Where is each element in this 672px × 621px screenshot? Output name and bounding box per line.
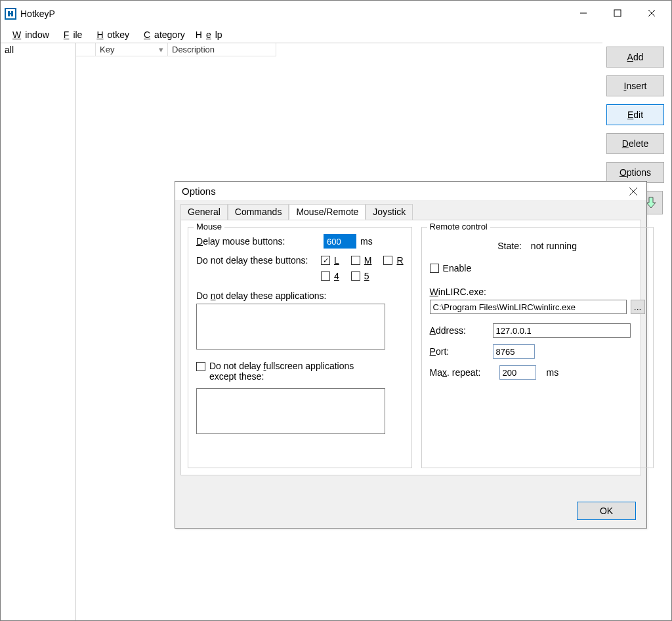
winlirc-label: WinLIRC.exe: [430,287,486,297]
sidebar-item-all[interactable]: all [1,43,75,56]
address-label: Address: [430,325,489,336]
maxrepeat-ms: ms [547,367,559,378]
tab-page-mouse-remote: Mouse Delay mouse buttons: ms Do not del… [180,220,641,475]
menu-file[interactable]: File [56,28,87,41]
menu-help[interactable]: Help [192,28,226,41]
port-label: Port: [430,346,489,357]
main-window: HotkeyP Window File Hotkey Category Help… [0,0,672,621]
maximize-button[interactable] [600,2,635,24]
state-value: not running [531,241,577,251]
maxrepeat-label: Max. repeat: [430,367,495,378]
insert-button[interactable]: Insert [606,75,664,96]
winlirc-path-input[interactable] [430,300,627,314]
label-4: 4 [334,271,339,281]
main-area: Key ▾ Description Options General Comman… [76,43,602,620]
delay-ms-label: ms [360,236,373,247]
no-delay-apps-input[interactable] [196,304,385,350]
minimize-button[interactable] [566,2,600,24]
address-input[interactable] [493,323,631,338]
svg-marker-11 [646,197,656,208]
dialog-title: Options [175,182,646,200]
delay-mouse-input[interactable] [324,234,356,249]
label-L: L [334,255,339,266]
tabs: General Commands Mouse/Remote Joystick [180,204,641,220]
tab-general[interactable]: General [180,204,228,220]
fullscreen-apps-input[interactable] [196,388,385,434]
close-button[interactable] [635,2,669,24]
col-key[interactable]: Key ▾ [96,43,168,56]
maxrepeat-input[interactable] [499,365,536,380]
column-headers: Key ▾ Description [76,43,602,56]
menu-hotkey[interactable]: Hotkey [89,28,133,41]
dialog-close-button[interactable] [625,184,641,199]
group-mouse-title: Mouse [194,222,224,231]
state-label: State: [497,241,522,251]
col-key-label: Key [100,45,114,54]
content: all Key ▾ Description Options General Co [1,43,671,620]
tab-commands[interactable]: Commands [228,204,289,220]
checkbox-R[interactable] [383,256,392,265]
window-controls [566,2,669,24]
checkbox-L[interactable] [321,256,330,265]
delete-button[interactable]: Delete [606,133,664,154]
add-button[interactable]: Add [606,47,664,68]
svg-rect-5 [614,10,621,16]
label-M: M [364,255,372,266]
group-remote: Remote control State: not running Enable… [421,227,654,468]
group-mouse: Mouse Delay mouse buttons: ms Do not del… [188,227,412,468]
col-description[interactable]: Description [168,43,276,56]
fullscreen-label: Do not delay fullscreen applications exc… [209,361,354,382]
checkbox-4[interactable] [321,271,330,281]
label-R: R [396,255,403,266]
enable-label: Enable [443,263,472,273]
browse-button[interactable]: ... [631,300,645,314]
no-delay-buttons-label: Do not delay these buttons: [196,255,317,266]
no-delay-apps-label: Do not delay these applications: [196,290,326,301]
edit-button[interactable]: Edit [606,104,664,125]
sort-indicator-icon: ▾ [159,45,163,54]
menu-window[interactable]: Window [5,28,53,41]
app-title: HotkeyP [20,9,55,19]
menubar: Window File Hotkey Category Help [1,27,671,43]
options-button[interactable]: Options [606,162,664,183]
svg-rect-3 [8,13,13,14]
label-5: 5 [364,271,369,281]
ok-button[interactable]: OK [577,502,636,520]
checkbox-fullscreen[interactable] [196,362,205,371]
app-icon [5,8,16,20]
checkbox-enable[interactable] [430,264,439,273]
category-sidebar: all [1,43,76,620]
port-input[interactable] [493,344,535,359]
delay-mouse-label: Delay mouse buttons: [196,236,320,247]
checkbox-5[interactable] [351,271,360,281]
tab-joystick[interactable]: Joystick [366,204,413,220]
group-remote-title: Remote control [427,222,490,231]
checkbox-M[interactable] [351,256,360,265]
col-blank[interactable] [76,43,96,56]
options-dialog: Options General Commands Mouse/Remote Jo… [175,181,647,529]
tab-mouse-remote[interactable]: Mouse/Remote [289,204,366,220]
menu-category[interactable]: Category [136,28,189,41]
